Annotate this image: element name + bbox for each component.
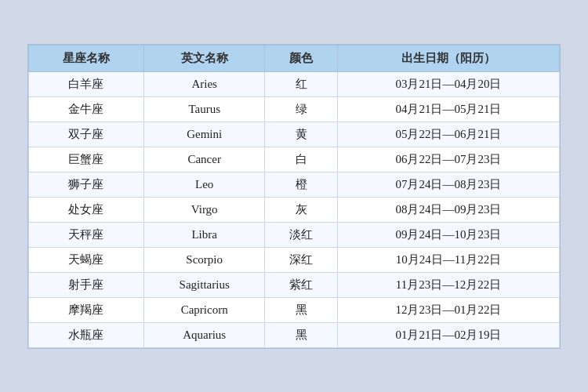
cell-r3-c0: 巨蟹座 [29,147,144,172]
cell-r4-c0: 狮子座 [29,172,144,197]
cell-r9-c3: 12月23日—01月22日 [337,297,559,322]
cell-r1-c2: 绿 [265,96,338,122]
cell-r9-c1: Capricorn [143,297,265,322]
zodiac-table: 星座名称英文名称颜色出生日期（阳历） 白羊座Aries红03月21日—04月20… [28,45,560,348]
cell-r10-c3: 01月21日—02月19日 [337,322,559,347]
column-header: 颜色 [265,45,338,71]
cell-r6-c2: 淡红 [265,222,338,247]
cell-r9-c2: 黑 [265,297,338,322]
cell-r8-c2: 紫红 [265,272,338,297]
cell-r5-c0: 处女座 [29,197,144,222]
table-row: 金牛座Taurus绿04月21日—05月21日 [29,96,560,122]
cell-r6-c0: 天秤座 [29,222,144,247]
cell-r1-c0: 金牛座 [29,96,144,122]
cell-r0-c1: Aries [143,71,265,96]
cell-r7-c3: 10月24日—11月22日 [337,247,559,272]
cell-r0-c2: 红 [265,71,338,96]
table-header-row: 星座名称英文名称颜色出生日期（阳历） [29,45,560,71]
cell-r3-c2: 白 [265,147,338,172]
table-row: 处女座Virgo灰08月24日—09月23日 [29,197,560,222]
column-header: 星座名称 [29,45,144,71]
cell-r4-c2: 橙 [265,172,338,197]
cell-r3-c1: Cancer [143,147,265,172]
table-body: 白羊座Aries红03月21日—04月20日金牛座Taurus绿04月21日—0… [29,71,560,347]
cell-r10-c0: 水瓶座 [29,322,144,347]
cell-r2-c3: 05月22日—06月21日 [337,122,559,147]
table-row: 狮子座Leo橙07月24日—08月23日 [29,172,560,197]
cell-r2-c2: 黄 [265,122,338,147]
cell-r5-c2: 灰 [265,197,338,222]
cell-r0-c0: 白羊座 [29,71,144,96]
cell-r1-c1: Taurus [143,96,265,122]
table-row: 白羊座Aries红03月21日—04月20日 [29,71,560,96]
zodiac-table-container: 星座名称英文名称颜色出生日期（阳历） 白羊座Aries红03月21日—04月20… [27,44,561,349]
cell-r2-c1: Gemini [143,122,265,147]
cell-r6-c1: Libra [143,222,265,247]
cell-r4-c1: Leo [143,172,265,197]
cell-r7-c0: 天蝎座 [29,247,144,272]
table-row: 摩羯座Capricorn黑12月23日—01月22日 [29,297,560,322]
cell-r8-c0: 射手座 [29,272,144,297]
cell-r8-c1: Sagittarius [143,272,265,297]
table-row: 双子座Gemini黄05月22日—06月21日 [29,122,560,147]
cell-r6-c3: 09月24日—10月23日 [337,222,559,247]
cell-r7-c1: Scorpio [143,247,265,272]
cell-r10-c2: 黑 [265,322,338,347]
table-row: 天秤座Libra淡红09月24日—10月23日 [29,222,560,247]
cell-r7-c2: 深红 [265,247,338,272]
table-row: 巨蟹座Cancer白06月22日—07月23日 [29,147,560,172]
cell-r5-c1: Virgo [143,197,265,222]
cell-r9-c0: 摩羯座 [29,297,144,322]
cell-r5-c3: 08月24日—09月23日 [337,197,559,222]
cell-r8-c3: 11月23日—12月22日 [337,272,559,297]
cell-r2-c0: 双子座 [29,122,144,147]
column-header: 出生日期（阳历） [337,45,559,71]
cell-r3-c3: 06月22日—07月23日 [337,147,559,172]
cell-r4-c3: 07月24日—08月23日 [337,172,559,197]
cell-r10-c1: Aquarius [143,322,265,347]
table-row: 射手座Sagittarius紫红11月23日—12月22日 [29,272,560,297]
table-row: 水瓶座Aquarius黑01月21日—02月19日 [29,322,560,347]
cell-r1-c3: 04月21日—05月21日 [337,96,559,122]
column-header: 英文名称 [143,45,265,71]
cell-r0-c3: 03月21日—04月20日 [337,71,559,96]
table-row: 天蝎座Scorpio深红10月24日—11月22日 [29,247,560,272]
